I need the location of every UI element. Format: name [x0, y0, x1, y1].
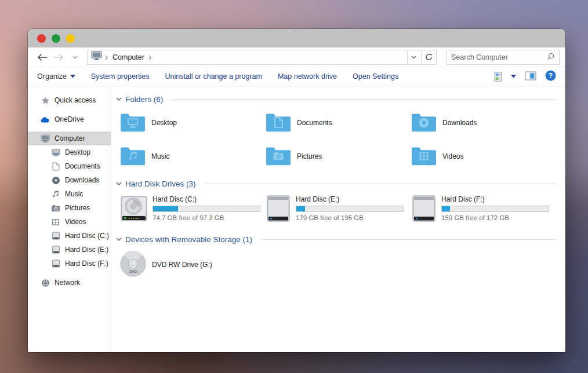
- star-icon: [41, 96, 50, 105]
- recent-locations-chevron[interactable]: [68, 51, 81, 64]
- organize-button[interactable]: Organize: [37, 72, 75, 81]
- toolbar-right-icons: ?: [494, 70, 556, 83]
- drive-free-space: 159 GB free of 172 GB: [441, 214, 549, 221]
- folder-desktop-icon: [119, 110, 146, 136]
- minimize-button[interactable]: [52, 34, 60, 43]
- sidebar-item-documents[interactable]: Documents: [28, 159, 111, 173]
- folder-item-music[interactable]: Music: [119, 143, 265, 170]
- search-input[interactable]: [451, 53, 547, 61]
- folder-videos-icon: [411, 144, 437, 169]
- folder-pictures-icon: [265, 144, 292, 169]
- drive-info: Hard Disc (F:)159 GB free of 172 GB: [441, 194, 549, 221]
- harddisk-icon: [51, 259, 60, 268]
- close-button[interactable]: [37, 34, 46, 43]
- section-header-folders[interactable]: Folders (6): [116, 93, 556, 105]
- drive-usage-bar: [441, 206, 549, 212]
- drive-item-hard-disc-c[interactable]: Hard Disc (C:)74.7 GB free of 97.3 GB: [119, 194, 265, 228]
- help-button[interactable]: ?: [545, 70, 556, 83]
- removable-item-dvd-rw-drive-g[interactable]: DVDDVD RW Drive (G:): [119, 250, 556, 280]
- titlebar[interactable]: [28, 29, 565, 47]
- drive-free-space: 179 GB free of 195 GB: [296, 214, 404, 221]
- sidebar-item-label: Music: [65, 190, 83, 198]
- sidebar-item-label: Quick access: [55, 96, 96, 104]
- drive-info: Hard Disc (E:)179 GB free of 195 GB: [296, 194, 404, 221]
- section-rule: [204, 184, 556, 184]
- sidebar-item-label: Computer: [55, 134, 85, 142]
- breadcrumb-item-computer[interactable]: Computer: [111, 53, 146, 61]
- search-box[interactable]: [446, 50, 560, 65]
- sidebar-item-music[interactable]: Music: [28, 187, 111, 201]
- address-dropdown-chevron[interactable]: [407, 50, 420, 64]
- hdd-open-icon: [119, 194, 148, 225]
- section-header-drives[interactable]: Hard Disk Drives (3): [116, 178, 556, 189]
- organize-label: Organize: [37, 72, 67, 81]
- folder-item-desktop[interactable]: Desktop: [119, 109, 265, 136]
- drives-grid: Hard Disc (C:)74.7 GB free of 97.3 GBHar…: [119, 194, 556, 228]
- content-area: Quick accessOneDriveComputerDesktopDocum…: [28, 86, 565, 352]
- toolbar-link-open-settings[interactable]: Open Settings: [353, 72, 398, 81]
- folder-item-pictures[interactable]: Pictures: [265, 143, 411, 170]
- sidebar-item-hard-disc-e[interactable]: Hard Disc (E:): [28, 243, 111, 257]
- sidebar-item-downloads[interactable]: Downloads: [28, 173, 111, 187]
- folder-item-downloads[interactable]: Downloads: [411, 109, 556, 136]
- command-toolbar: Organize System propertiesUninstall or c…: [28, 67, 565, 86]
- drive-info: Hard Disc (C:)74.7 GB free of 97.3 GB: [153, 194, 260, 221]
- dvd-icon: DVD: [119, 250, 147, 280]
- sidebar-item-label: Hard Disc (E:): [65, 246, 108, 254]
- hdd-icon: [411, 194, 437, 225]
- sidebar-item-label: Downloads: [65, 176, 99, 184]
- sidebar-item-quick-access[interactable]: Quick access: [28, 93, 111, 107]
- section-header-removable[interactable]: Devices with Removable Storage (1): [116, 233, 556, 245]
- drive-usage-fill: [153, 206, 178, 211]
- section-rule: [171, 99, 556, 100]
- forward-button[interactable]: [52, 51, 65, 64]
- preview-pane-button[interactable]: [525, 71, 536, 82]
- navigation-bar: Computer: [28, 47, 565, 67]
- sidebar-item-computer[interactable]: Computer: [28, 131, 111, 145]
- drive-item-hard-disc-f[interactable]: Hard Disc (F:)159 GB free of 172 GB: [411, 194, 556, 228]
- folder-downloads-icon: [411, 110, 437, 136]
- help-icon: ?: [545, 70, 556, 81]
- sidebar-item-label: Hard Disc (F:): [65, 259, 108, 268]
- drive-usage-bar: [296, 206, 404, 212]
- hdd-icon: [265, 194, 292, 225]
- removable-list: DVDDVD RW Drive (G:): [116, 250, 556, 280]
- toolbar-link-system-properties[interactable]: System properties: [91, 72, 150, 81]
- desktop-icon: [51, 148, 60, 157]
- sidebar-item-label: Network: [55, 279, 80, 287]
- documents-icon: [51, 162, 60, 171]
- chevron-down-icon: [70, 75, 75, 78]
- sidebar-item-onedrive[interactable]: OneDrive: [28, 112, 111, 126]
- traffic-lights: [37, 34, 75, 43]
- sidebar-item-label: Pictures: [65, 204, 90, 212]
- sidebar-item-hard-disc-c[interactable]: Hard Disc (C:): [28, 229, 111, 243]
- chevron-right-icon: [148, 52, 152, 63]
- search-icon[interactable]: [547, 52, 554, 63]
- refresh-button[interactable]: [422, 50, 437, 65]
- sidebar-item-videos[interactable]: Videos: [28, 215, 111, 229]
- folder-item-documents[interactable]: Documents: [265, 109, 411, 136]
- folder-music-icon: [119, 144, 146, 169]
- drive-name: Hard Disc (E:): [296, 195, 404, 203]
- back-button[interactable]: [36, 51, 49, 64]
- folders-grid: DesktopDocumentsDownloadsMusicPicturesVi…: [119, 109, 556, 170]
- sidebar-item-desktop[interactable]: Desktop: [28, 145, 111, 159]
- sidebar-item-hard-disc-f[interactable]: Hard Disc (F:): [28, 257, 111, 270]
- zoom-button[interactable]: [66, 34, 75, 43]
- chevron-down-icon: [116, 182, 122, 186]
- address-bar[interactable]: Computer: [87, 50, 422, 65]
- folder-item-videos[interactable]: Videos: [411, 143, 556, 170]
- folder-item-label: Desktop: [151, 119, 177, 127]
- sidebar-item-network[interactable]: Network: [28, 276, 111, 290]
- folder-item-label: Documents: [297, 119, 332, 127]
- folder-item-label: Videos: [442, 152, 463, 160]
- sidebar-item-pictures[interactable]: Pictures: [28, 201, 111, 215]
- change-view-button[interactable]: [494, 72, 516, 82]
- folder-documents-icon: [265, 110, 292, 136]
- drive-item-hard-disc-e[interactable]: Hard Disc (E:)179 GB free of 195 GB: [265, 194, 411, 228]
- section-rule: [260, 239, 556, 240]
- toolbar-link-uninstall-or-change-a-program[interactable]: Uninstall or change a program: [165, 72, 262, 81]
- section-title: Hard Disk Drives (3): [125, 180, 196, 188]
- toolbar-link-map-network-drive[interactable]: Map network drive: [278, 72, 337, 81]
- folder-item-label: Downloads: [442, 119, 477, 127]
